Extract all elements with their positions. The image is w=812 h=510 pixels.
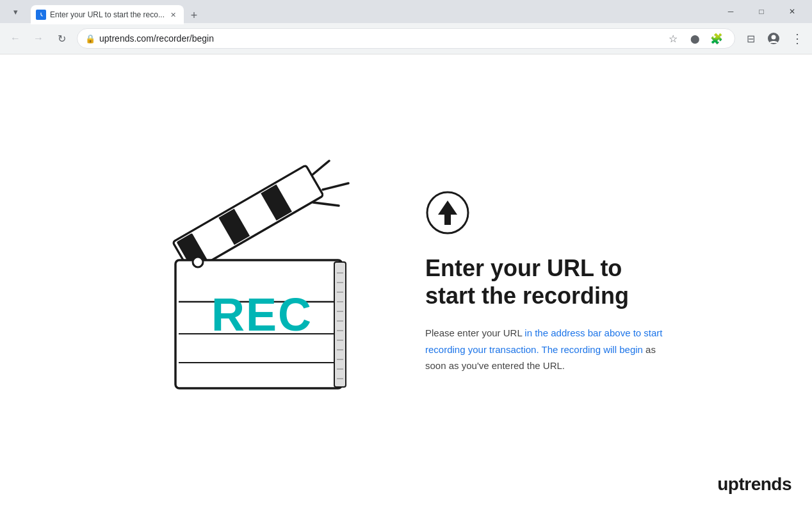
page-title: Enter your URL to start the recording	[425, 254, 669, 309]
url-actions: ☆ ⬤ 🧩	[663, 28, 727, 49]
url-text: uptrends.com/recorder/begin	[99, 33, 659, 44]
new-tab-button[interactable]: +	[186, 8, 202, 23]
page-description: Please enter your URL in the address bar…	[425, 325, 669, 374]
uptrends-logo: uptrends	[717, 474, 792, 495]
content-wrapper: REC	[118, 148, 694, 417]
up-arrow-icon	[425, 190, 470, 235]
tab-strip-toggle[interactable]: ▾	[5, 1, 26, 22]
extension-icon[interactable]: 🧩	[706, 28, 727, 49]
tab-close-button[interactable]: ✕	[168, 10, 179, 20]
refresh-button[interactable]: ↻	[51, 28, 72, 49]
address-bar: ← → ↻ 🔒 uptrends.com/recorder/begin ☆ ⬤ …	[0, 23, 812, 54]
right-content: Enter your URL to start the recording Pl…	[425, 190, 669, 374]
lock-icon: 🔒	[85, 34, 95, 44]
profile-icon[interactable]	[763, 28, 784, 49]
forward-button[interactable]: →	[28, 28, 49, 49]
tab-title: Enter your URL to start the reco...	[50, 10, 165, 19]
close-button[interactable]: ✕	[777, 2, 807, 21]
bookmark-icon[interactable]: ☆	[663, 28, 683, 49]
sidebar-icon[interactable]: ⊟	[740, 28, 761, 49]
tab-strip: Enter your URL to start the reco... ✕ +	[31, 0, 708, 23]
title-bar: ▾ Enter your URL to start the reco... ✕ …	[0, 0, 812, 23]
desc-part-1: Please enter your URL	[425, 327, 524, 338]
screen-record-icon[interactable]: ⬤	[685, 28, 705, 49]
svg-point-2	[772, 35, 776, 40]
url-bar[interactable]: 🔒 uptrends.com/recorder/begin ☆ ⬤ 🧩	[77, 28, 735, 49]
browser-frame: ▾ Enter your URL to start the reco... ✕ …	[0, 0, 812, 510]
clapperboard-illustration: REC	[143, 148, 387, 417]
minimize-button[interactable]: ─	[716, 2, 745, 21]
svg-rect-20	[334, 262, 346, 387]
svg-point-19	[193, 257, 203, 267]
svg-text:REC: REC	[211, 289, 313, 340]
svg-line-3	[310, 161, 329, 177]
page-content: REC	[0, 54, 812, 510]
svg-line-5	[313, 202, 339, 206]
svg-line-4	[323, 183, 348, 190]
menu-icon[interactable]: ⋮	[786, 28, 807, 49]
tab-favicon	[36, 10, 46, 20]
maximize-button[interactable]: □	[747, 2, 776, 21]
back-button[interactable]: ←	[5, 28, 26, 49]
window-controls-right: ─ □ ✕	[716, 2, 807, 21]
window-controls-left: ▾	[5, 1, 26, 22]
active-tab[interactable]: Enter your URL to start the reco... ✕	[31, 5, 184, 24]
